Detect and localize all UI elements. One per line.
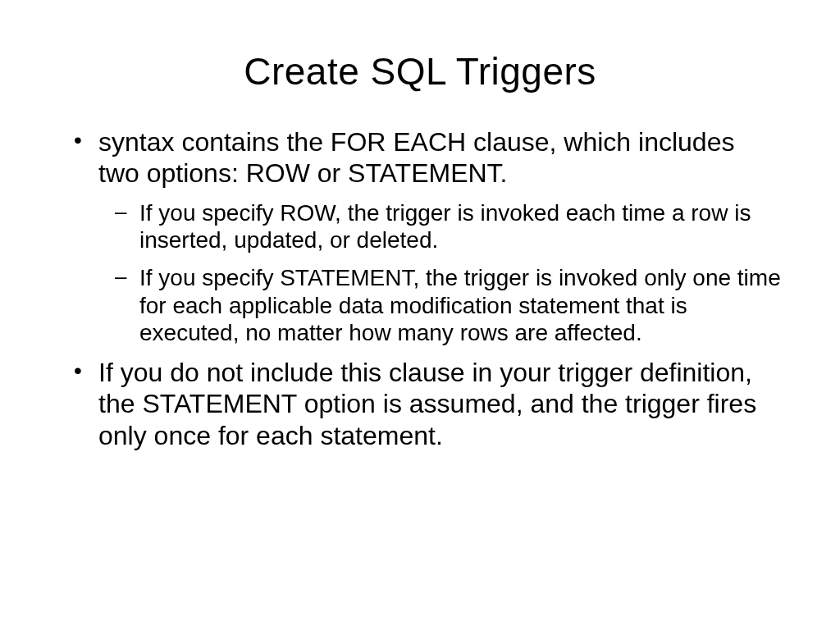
sub-bullet-text: If you specify ROW, the trigger is invok… [139, 200, 751, 253]
sub-bullet-item: If you specify ROW, the trigger is invok… [139, 199, 783, 254]
sub-bullet-text: If you specify STATEMENT, the trigger is… [139, 265, 781, 345]
bullet-list-level2: If you specify ROW, the trigger is invok… [98, 199, 783, 347]
sub-bullet-item: If you specify STATEMENT, the trigger is… [139, 264, 783, 347]
bullet-text: syntax contains the FOR EACH clause, whi… [98, 127, 734, 188]
slide-content: syntax contains the FOR EACH clause, whi… [57, 126, 783, 451]
bullet-item: syntax contains the FOR EACH clause, whi… [98, 126, 783, 347]
bullet-text: If you do not include this clause in you… [98, 358, 756, 450]
bullet-item: If you do not include this clause in you… [98, 357, 783, 451]
slide-title: Create SQL Triggers [57, 49, 783, 94]
bullet-list-level1: syntax contains the FOR EACH clause, whi… [66, 126, 783, 451]
